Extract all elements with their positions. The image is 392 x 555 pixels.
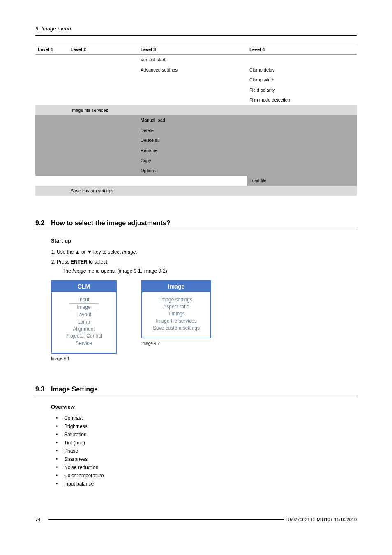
fig1-item: Projector Control	[54, 333, 113, 340]
table-cell	[138, 75, 247, 85]
step1-text-a: Use the ▲ or ▼ key to select	[57, 249, 122, 255]
footer-doc: R59770021 CLM R10+ 11/10/2010	[286, 516, 357, 523]
table-cell	[247, 125, 357, 136]
section-title: How to select the image adjustments?	[51, 218, 171, 228]
table-cell	[35, 155, 68, 166]
section-num: 9.3	[35, 384, 51, 394]
step-2: Press ENTER to select. The Image menu op…	[57, 258, 357, 275]
table-cell	[247, 155, 357, 166]
table-cell: Manual load	[138, 115, 247, 125]
table-cell	[35, 115, 68, 125]
overview-item: Brightness	[56, 423, 357, 430]
table-cell	[35, 135, 68, 146]
table-cell	[138, 176, 247, 186]
table-cell	[68, 115, 138, 125]
step2-text-b: to select.	[88, 259, 108, 265]
note-b: menu opens. (image 9-1, image 9-2)	[86, 268, 167, 274]
table-cell: Advanced settings	[138, 65, 247, 75]
fig1-title: CLM	[52, 281, 116, 292]
overview-item: Contrast	[56, 414, 357, 422]
table-cell	[68, 55, 138, 65]
overview-item: Phase	[56, 447, 357, 455]
figure-9-2: Image Image settingsAspect ratioTimingsI…	[141, 280, 211, 347]
table-cell	[35, 105, 68, 116]
step1-text-b: .	[136, 249, 137, 255]
note-em: Image	[72, 268, 86, 274]
step-1: Use the ▲ or ▼ key to select Image.	[57, 248, 357, 256]
table-cell: Options	[138, 166, 247, 176]
table-cell	[247, 166, 357, 176]
table-cell	[35, 95, 68, 105]
table-cell	[35, 55, 68, 65]
table-cell: Delete	[138, 125, 247, 136]
overview-list: ContrastBrightnessSaturationTint (hue)Ph…	[56, 414, 357, 488]
overview-item: Saturation	[56, 431, 357, 438]
page-number: 74	[35, 516, 46, 523]
level-table: Level 1 Level 2 Level 3 Level 4 Vertical…	[35, 44, 357, 196]
table-cell	[138, 105, 247, 116]
overview-item: Sharpness	[56, 456, 357, 463]
table-cell: Image file services	[68, 105, 138, 116]
table-cell	[138, 186, 247, 196]
table-cell: Field polarity	[247, 85, 357, 95]
fig1-item: Image	[69, 303, 98, 311]
table-cell	[247, 135, 357, 146]
fig1-item: Alignment	[54, 326, 113, 333]
table-cell	[68, 85, 138, 95]
page-footer: 74 R59770021 CLM R10+ 11/10/2010	[35, 516, 357, 523]
steps-list: Use the ▲ or ▼ key to select Image. Pres…	[51, 248, 357, 275]
table-cell: Copy	[138, 155, 247, 166]
table-cell	[138, 95, 247, 105]
table-cell	[68, 125, 138, 136]
th-level1: Level 1	[35, 44, 68, 55]
note-a: The	[62, 268, 72, 274]
table-cell	[68, 146, 138, 156]
overview-item: Input balance	[56, 480, 357, 488]
table-cell	[247, 146, 357, 156]
figures-row: CLM InputImageLayoutLampAlignmentProject…	[51, 280, 357, 362]
table-cell	[35, 125, 68, 136]
table-cell	[68, 155, 138, 166]
fig1-item: Input	[54, 296, 113, 303]
table-cell	[35, 146, 68, 156]
fig2-caption: Image 9-2	[141, 340, 211, 347]
table-cell: Delete all	[138, 135, 247, 146]
fig2-item: Aspect ratio	[145, 303, 208, 310]
th-level4: Level 4	[247, 44, 357, 55]
table-cell	[35, 176, 68, 186]
table-cell	[68, 135, 138, 146]
fig1-body: InputImageLayoutLampAlignmentProjector C…	[52, 292, 116, 353]
table-cell	[247, 115, 357, 125]
section-num: 9.2	[35, 218, 51, 228]
fig1-caption: Image 9-1	[51, 355, 117, 362]
table-cell	[35, 85, 68, 95]
table-cell: Vertical start	[138, 55, 247, 65]
subhead-startup: Start up	[51, 237, 357, 245]
step2-text-a: Press	[57, 259, 71, 265]
figure-9-1: CLM InputImageLayoutLampAlignmentProject…	[51, 280, 117, 362]
table-cell	[247, 105, 357, 116]
section-9-3: 9.3 Image Settings Overview ContrastBrig…	[35, 384, 357, 488]
fig2-item: Image settings	[145, 296, 208, 303]
table-cell	[68, 65, 138, 75]
table-cell	[68, 75, 138, 85]
fig1-item: Service	[54, 340, 113, 347]
table-cell	[35, 166, 68, 176]
table-cell	[247, 186, 357, 196]
table-cell: Clamp delay	[247, 65, 357, 75]
table-cell: Film mode detection	[247, 95, 357, 105]
fig2-item: Image file services	[145, 318, 208, 325]
table-cell	[68, 176, 138, 186]
section-title: Image Settings	[51, 384, 98, 394]
step1-em: Image	[122, 249, 136, 255]
fig2-title: Image	[142, 281, 210, 292]
subhead-overview: Overview	[51, 403, 357, 411]
section-9-2: 9.2 How to select the image adjustments?…	[35, 218, 357, 362]
th-level3: Level 3	[138, 44, 247, 55]
overview-item: Noise reduction	[56, 464, 357, 471]
table-cell: Save custom settings	[68, 186, 138, 196]
fig2-body: Image settingsAspect ratioTimingsImage f…	[142, 292, 210, 338]
table-cell	[68, 166, 138, 176]
fig1-item: Lamp	[54, 319, 113, 326]
overview-item: Color temperature	[56, 472, 357, 479]
